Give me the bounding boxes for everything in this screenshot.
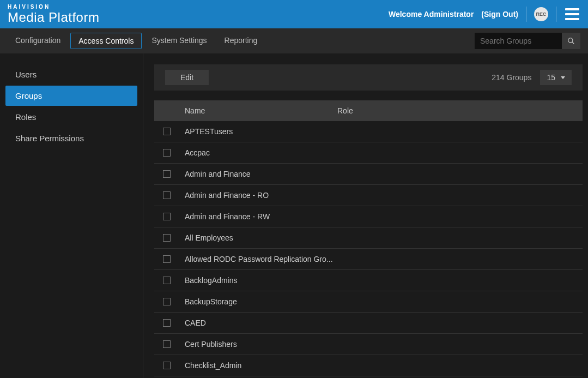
header-right: Welcome Administrator (Sign Out) REC bbox=[389, 7, 580, 22]
table-row: All Employees bbox=[154, 227, 583, 249]
row-checkbox[interactable] bbox=[163, 234, 171, 242]
row-checkbox[interactable] bbox=[163, 128, 171, 135]
rec-badge[interactable]: REC bbox=[534, 7, 548, 21]
table-row: Admin and Finance - RW bbox=[154, 206, 583, 227]
table-header: Name Role bbox=[154, 100, 583, 121]
chevron-down-icon bbox=[561, 76, 565, 79]
toolbar: Edit 214 Groups 15 bbox=[154, 64, 583, 91]
group-name[interactable]: Accpac bbox=[179, 148, 337, 157]
table-row: Checklist_Admin bbox=[154, 355, 583, 376]
rec-label: REC bbox=[536, 11, 546, 17]
row-checkbox[interactable] bbox=[163, 255, 171, 263]
row-checkbox[interactable] bbox=[163, 149, 171, 157]
divider bbox=[526, 7, 526, 22]
group-name[interactable]: BackupStorage bbox=[179, 297, 337, 306]
header: HAIVISION Media Platform Welcome Adminis… bbox=[0, 0, 588, 28]
subnav: ConfigurationAccess ControlsSystem Setti… bbox=[0, 28, 588, 53]
welcome-text: Welcome Administrator bbox=[389, 10, 474, 19]
group-name[interactable]: Checklist_Admin bbox=[179, 361, 337, 370]
row-checkbox[interactable] bbox=[163, 277, 171, 284]
group-name[interactable]: All Employees bbox=[179, 233, 337, 242]
group-name[interactable]: Admin and Finance - RO bbox=[179, 191, 337, 200]
table-row: Accpac bbox=[154, 142, 583, 164]
row-checkbox[interactable] bbox=[163, 340, 171, 348]
page-size-select[interactable]: 15 bbox=[540, 70, 572, 85]
table-row: Admin and Finance - RO bbox=[154, 185, 583, 206]
col-name[interactable]: Name bbox=[179, 106, 337, 115]
group-count: 214 Groups bbox=[492, 73, 531, 82]
row-checkbox[interactable] bbox=[163, 319, 171, 327]
svg-line-1 bbox=[572, 42, 574, 44]
page-size-value: 15 bbox=[547, 73, 555, 82]
row-checkbox[interactable] bbox=[163, 213, 171, 220]
subnav-tab-access-controls[interactable]: Access Controls bbox=[70, 33, 142, 49]
edit-button[interactable]: Edit bbox=[165, 70, 209, 85]
subnav-tab-system-settings[interactable]: System Settings bbox=[144, 33, 214, 49]
search-button[interactable] bbox=[562, 33, 580, 49]
col-role[interactable]: Role bbox=[337, 106, 574, 115]
row-checkbox[interactable] bbox=[163, 362, 171, 369]
table-row: CAED bbox=[154, 313, 583, 334]
search-icon bbox=[567, 37, 575, 45]
group-name[interactable]: BacklogAdmins bbox=[179, 276, 337, 285]
table-row: Allowed RODC Password Replication Gro... bbox=[154, 249, 583, 270]
sidebar-item-groups[interactable]: Groups bbox=[5, 86, 137, 106]
sidebar: UsersGroupsRolesShare Permissions bbox=[0, 53, 143, 378]
table-row: BacklogAdmins bbox=[154, 270, 583, 291]
main: UsersGroupsRolesShare Permissions Edit 2… bbox=[0, 53, 588, 378]
table-row: Cert Publishers bbox=[154, 334, 583, 355]
groups-table: Name Role APTESTusersAccpacAdmin and Fin… bbox=[154, 100, 583, 376]
brand: HAIVISION Media Platform bbox=[8, 4, 99, 24]
sign-out-link[interactable]: (Sign Out) bbox=[481, 10, 518, 19]
search-input[interactable] bbox=[475, 33, 562, 49]
sidebar-item-share-permissions[interactable]: Share Permissions bbox=[5, 128, 137, 148]
row-checkbox[interactable] bbox=[163, 170, 171, 178]
sidebar-item-roles[interactable]: Roles bbox=[5, 107, 137, 127]
sidebar-item-users[interactable]: Users bbox=[5, 64, 137, 85]
group-name[interactable]: Admin and Finance - RW bbox=[179, 212, 337, 221]
brand-top: HAIVISION bbox=[8, 4, 99, 10]
group-name[interactable]: CAED bbox=[179, 319, 337, 327]
search-wrap bbox=[475, 33, 580, 49]
menu-icon[interactable] bbox=[564, 7, 580, 21]
divider bbox=[556, 7, 556, 22]
subnav-tab-configuration[interactable]: Configuration bbox=[8, 33, 68, 49]
subnav-tab-reporting[interactable]: Reporting bbox=[217, 33, 265, 49]
svg-point-0 bbox=[568, 38, 573, 43]
group-name[interactable]: APTESTusers bbox=[179, 127, 337, 136]
group-name[interactable]: Cert Publishers bbox=[179, 340, 337, 349]
group-name[interactable]: Allowed RODC Password Replication Gro... bbox=[179, 255, 337, 263]
group-name[interactable]: Admin and Finance bbox=[179, 170, 337, 178]
row-checkbox[interactable] bbox=[163, 191, 171, 199]
table-row: APTESTusers bbox=[154, 121, 583, 142]
brand-bottom: Media Platform bbox=[8, 11, 99, 24]
content: Edit 214 Groups 15 Name Role APTESTusers… bbox=[143, 53, 588, 378]
table-row: Admin and Finance bbox=[154, 164, 583, 185]
table-row: BackupStorage bbox=[154, 291, 583, 313]
row-checkbox[interactable] bbox=[163, 298, 171, 305]
